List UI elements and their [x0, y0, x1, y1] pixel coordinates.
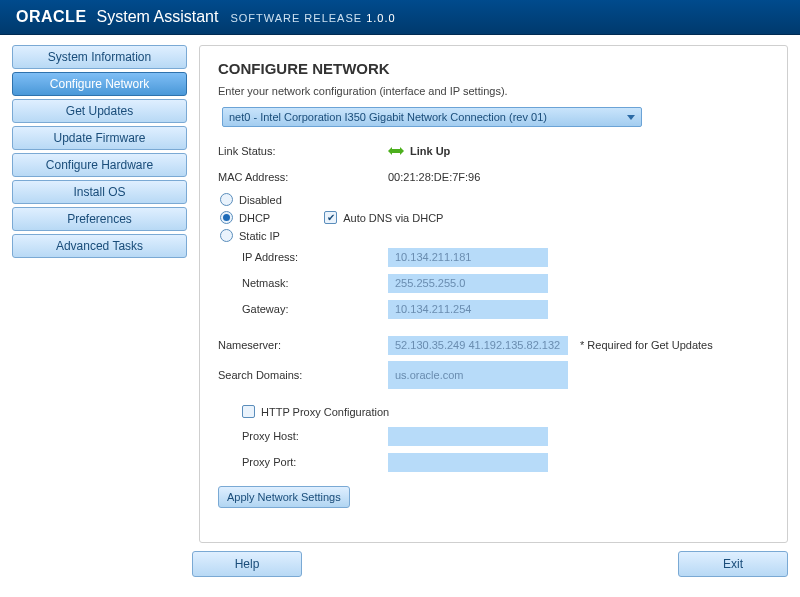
nameserver-label: Nameserver:	[218, 339, 388, 351]
search-domains-label: Search Domains:	[218, 369, 388, 381]
release-label: SOFTWARE RELEASE 1.0.0	[230, 12, 395, 24]
http-proxy-label: HTTP Proxy Configuration	[261, 406, 389, 418]
sidebar-item-preferences[interactable]: Preferences	[12, 207, 187, 231]
http-proxy-checkbox[interactable]	[242, 405, 255, 418]
proxy-port-input[interactable]	[388, 453, 548, 472]
mode-disabled-label: Disabled	[239, 194, 282, 206]
footer: Help Exit	[0, 551, 800, 577]
gateway-input[interactable]	[388, 300, 548, 319]
proxy-host-input[interactable]	[388, 427, 548, 446]
sidebar-item-system-information[interactable]: System Information	[12, 45, 187, 69]
mode-dhcp-radio[interactable]	[220, 211, 233, 224]
netmask-label: Netmask:	[242, 277, 388, 289]
help-button[interactable]: Help	[192, 551, 302, 577]
link-status-value: Link Up	[410, 145, 450, 157]
content-panel: CONFIGURE NETWORK Enter your network con…	[199, 45, 788, 543]
proxy-port-label: Proxy Port:	[242, 456, 388, 468]
mac-address-label: MAC Address:	[218, 171, 388, 183]
interface-select[interactable]: net0 - Intel Corporation I350 Gigabit Ne…	[222, 107, 642, 127]
sidebar: System Information Configure Network Get…	[12, 45, 187, 543]
mode-disabled-radio[interactable]	[220, 193, 233, 206]
exit-button[interactable]: Exit	[678, 551, 788, 577]
mode-static-label: Static IP	[239, 230, 280, 242]
ip-address-label: IP Address:	[242, 251, 388, 263]
product-name: System Assistant	[97, 8, 219, 26]
ip-address-input[interactable]	[388, 248, 548, 267]
auto-dns-checkbox[interactable]: ✔	[324, 211, 337, 224]
title-bar: ORACLE System Assistant SOFTWARE RELEASE…	[0, 0, 800, 35]
oracle-logo: ORACLE	[16, 8, 87, 26]
mode-dhcp-label: DHCP	[239, 212, 270, 224]
chevron-down-icon	[627, 115, 635, 120]
sidebar-item-configure-network[interactable]: Configure Network	[12, 72, 187, 96]
nameserver-input[interactable]	[388, 336, 568, 355]
auto-dns-label: Auto DNS via DHCP	[343, 212, 443, 224]
mac-address-value: 00:21:28:DE:7F:96	[388, 171, 480, 183]
gateway-label: Gateway:	[242, 303, 388, 315]
page-title: CONFIGURE NETWORK	[218, 60, 769, 77]
mode-static-radio[interactable]	[220, 229, 233, 242]
sidebar-item-advanced-tasks[interactable]: Advanced Tasks	[12, 234, 187, 258]
netmask-input[interactable]	[388, 274, 548, 293]
sidebar-item-install-os[interactable]: Install OS	[12, 180, 187, 204]
proxy-host-label: Proxy Host:	[242, 430, 388, 442]
sidebar-item-get-updates[interactable]: Get Updates	[12, 99, 187, 123]
sidebar-item-configure-hardware[interactable]: Configure Hardware	[12, 153, 187, 177]
search-domains-input[interactable]	[388, 361, 568, 389]
page-subtitle: Enter your network configuration (interf…	[218, 85, 769, 97]
sidebar-item-update-firmware[interactable]: Update Firmware	[12, 126, 187, 150]
link-up-icon	[388, 146, 404, 156]
link-status-label: Link Status:	[218, 145, 388, 157]
nameserver-note: * Required for Get Updates	[580, 339, 713, 351]
apply-network-settings-button[interactable]: Apply Network Settings	[218, 486, 350, 508]
interface-select-value: net0 - Intel Corporation I350 Gigabit Ne…	[229, 111, 547, 123]
svg-marker-0	[388, 147, 404, 155]
